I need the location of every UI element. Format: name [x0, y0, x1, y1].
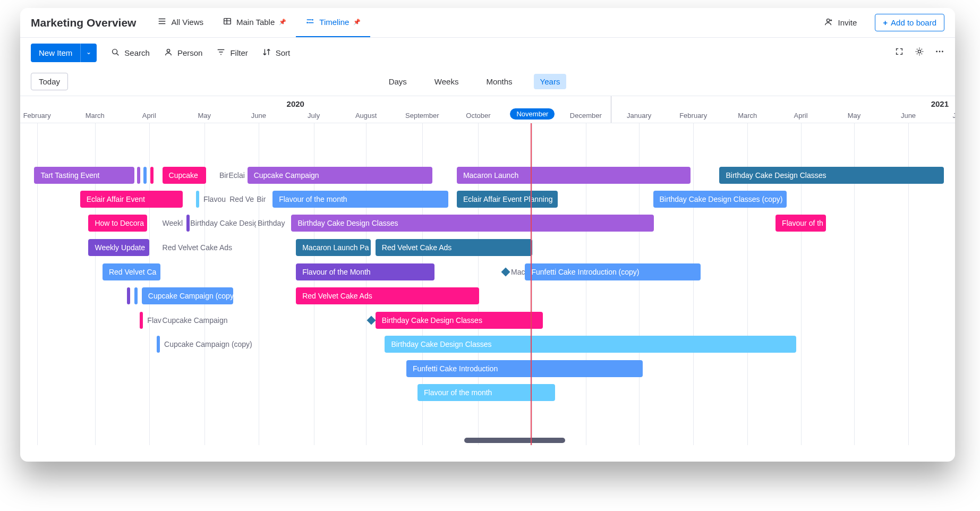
timeline-bar[interactable]: Birthday Cake Design Classes	[719, 167, 943, 184]
fullscreen-icon[interactable]	[894, 47, 904, 59]
search-label: Search	[124, 48, 150, 57]
table-icon	[223, 16, 232, 28]
timeline-chip[interactable]	[140, 312, 143, 329]
timeline-bar[interactable]: Flavour of th	[776, 215, 826, 232]
timeline-bar[interactable]: Cupcake Campaign	[248, 167, 432, 184]
timeline-overflow-label[interactable]: Bir	[257, 191, 274, 208]
toolbar: New Item ⌄ Search Person Filter Sort	[20, 38, 955, 67]
timeline-chip[interactable]	[134, 287, 138, 304]
timeline-body[interactable]: Tart Tasting EventCupcakeBirEclaiCupcake…	[20, 123, 955, 445]
timeline-chip[interactable]	[150, 167, 154, 184]
zoom-days[interactable]: Days	[382, 74, 413, 89]
timeline-bar[interactable]: Birthday Cake Design Classes (copy)	[653, 191, 787, 208]
app-frame: Marketing Overview All Views Main Table …	[20, 8, 955, 462]
gear-icon[interactable]	[915, 47, 924, 59]
month-label: February	[679, 112, 707, 120]
tab-timeline[interactable]: Timeline 📌	[296, 8, 370, 37]
timeline-bar[interactable]: Birthday Cake Design Classes	[376, 312, 543, 329]
timeline-bar[interactable]: Macaron Launch Pa	[296, 239, 371, 256]
timeline-overflow-label[interactable]: Cupcake Campaign	[163, 312, 256, 329]
month-label: July	[952, 112, 955, 120]
month-label: October	[466, 112, 490, 120]
timeline-bar[interactable]: Cupcake	[163, 167, 207, 184]
filter-tool[interactable]: Filter	[216, 47, 248, 58]
timeline-bar[interactable]: Tart Tasting Event	[34, 167, 134, 184]
filter-label: Filter	[230, 48, 248, 57]
pin-icon: 📌	[279, 19, 286, 25]
month-label: January	[627, 112, 651, 120]
timeline-overflow-label[interactable]: Cupcake Campaign (copy)	[164, 336, 276, 353]
month-label: March	[738, 112, 757, 120]
year-label-2021: 2021	[931, 99, 949, 108]
add-to-board-button[interactable]: + Add to board	[875, 14, 944, 31]
timeline-bar[interactable]: Birthday Cake Design Classes	[291, 215, 654, 232]
month-label: August	[355, 112, 377, 120]
person-icon	[164, 47, 173, 58]
svg-point-5	[167, 49, 169, 52]
search-icon	[110, 47, 120, 58]
invite-button[interactable]: Invite	[817, 13, 863, 32]
timeline-overflow-label[interactable]: Birthday Cake Desig	[190, 215, 255, 232]
timeline-bar[interactable]: How to Decora	[88, 215, 147, 232]
timeline-bar[interactable]: Flavour of the month	[272, 191, 448, 208]
milestone-diamond[interactable]	[367, 316, 376, 325]
timeline-overflow-label[interactable]: Red Ve	[229, 191, 258, 208]
tab-main-table[interactable]: Main Table 📌	[213, 8, 296, 37]
timeline-bar[interactable]: Macaron Launch	[457, 167, 691, 184]
month-label: February	[23, 112, 51, 120]
timeline-chip[interactable]	[143, 167, 147, 184]
timeline-overflow-label[interactable]: Birthday	[258, 215, 291, 232]
sort-tool[interactable]: Sort	[262, 47, 291, 58]
plus-icon: +	[883, 18, 888, 27]
tab-timeline-label: Timeline	[319, 18, 349, 27]
zoom-months[interactable]: Months	[480, 74, 518, 89]
svg-point-3	[827, 19, 830, 22]
svg-point-8	[939, 50, 941, 52]
header-bar: Marketing Overview All Views Main Table …	[20, 8, 955, 38]
views-tabs: All Views Main Table 📌 Timeline 📌	[148, 8, 370, 37]
now-indicator	[531, 123, 532, 445]
search-tool[interactable]: Search	[110, 47, 150, 58]
timeline-bar[interactable]: Funfetti Cake Introduction	[406, 360, 643, 377]
more-icon[interactable]	[935, 47, 944, 59]
timeline-bar[interactable]: Flavour of the Month	[296, 263, 434, 280]
month-label: April	[794, 112, 808, 120]
timeline-bar[interactable]: Red Velvet Cake Ads	[296, 287, 479, 304]
tab-all-views[interactable]: All Views	[148, 8, 213, 37]
timeline-bar[interactable]: Weekly Update	[88, 239, 149, 256]
add-to-board-label: Add to board	[891, 18, 936, 27]
timeline-overflow-label[interactable]: Red Velvet Cake Ads	[163, 239, 256, 256]
milestone-diamond[interactable]	[501, 268, 510, 277]
new-item-dropdown[interactable]: ⌄	[80, 44, 97, 62]
zoom-years[interactable]: Years	[534, 74, 567, 89]
today-button[interactable]: Today	[31, 73, 68, 90]
svg-point-4	[113, 49, 117, 54]
svg-point-7	[936, 50, 938, 52]
timeline-chip[interactable]	[127, 287, 130, 304]
svg-rect-0	[224, 19, 231, 24]
timeline-bar[interactable]: Red Velvet Ca	[103, 263, 160, 280]
timeline-chip[interactable]	[186, 215, 190, 232]
timeline-chip[interactable]	[196, 191, 199, 208]
person-add-icon	[824, 17, 833, 28]
month-label: December	[570, 112, 602, 120]
timeline-overflow-label[interactable]: Flavou	[203, 191, 232, 208]
zoom-weeks[interactable]: Weeks	[428, 74, 465, 89]
new-item-group: New Item ⌄	[31, 44, 97, 62]
timeline-bar[interactable]: Flavour of the month	[417, 384, 555, 401]
person-tool[interactable]: Person	[164, 47, 203, 58]
timeline-chip[interactable]	[157, 336, 160, 353]
timeline-bar[interactable]: Red Velvet Cake Ads	[376, 239, 533, 256]
timeline-bar[interactable]: Cupcake Campaign (copy	[142, 287, 233, 304]
month-label: July	[308, 112, 320, 120]
month-label: June	[251, 112, 266, 120]
timeline-chip[interactable]	[137, 167, 140, 184]
timeline-bar[interactable]: Funfetti Cake Introduction (copy)	[525, 263, 701, 280]
timeline-bar[interactable]: Eclair Affair Event	[80, 191, 183, 208]
timeline-overflow-label[interactable]: Eclai	[228, 167, 247, 184]
new-item-button[interactable]: New Item	[31, 44, 80, 62]
horizontal-scrollbar-thumb[interactable]	[464, 438, 565, 443]
timeline-header: 2020 2021 FebruaryMarchAprilMayJuneJulyA…	[20, 96, 955, 123]
timeline-bar[interactable]: Birthday Cake Design Classes	[385, 336, 796, 353]
timeline-bar[interactable]: Eclair Affair Event Planning	[457, 191, 558, 208]
